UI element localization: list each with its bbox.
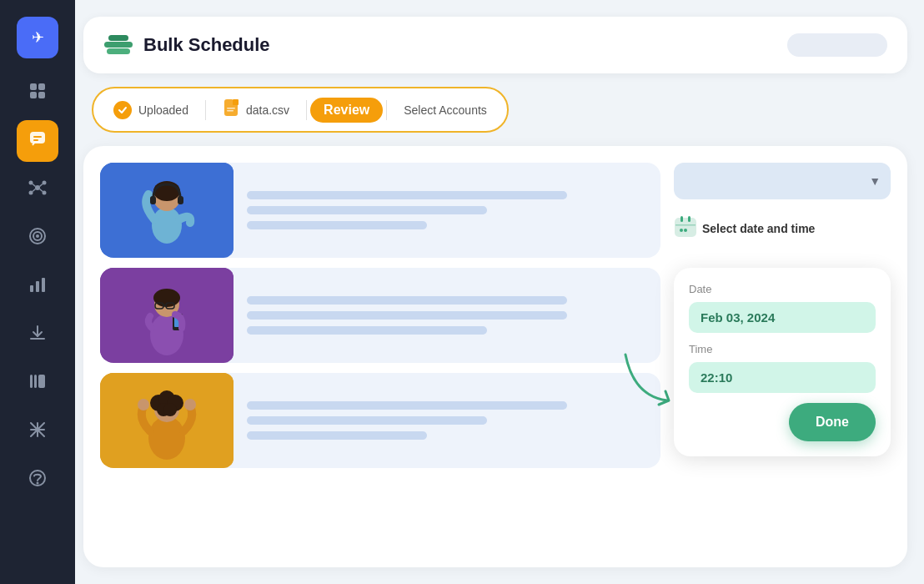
post-image-2 — [100, 268, 234, 363]
svg-rect-2 — [30, 92, 37, 98]
content-line — [247, 416, 487, 425]
chart-icon — [28, 275, 47, 298]
nav-icon: ✈ — [32, 28, 44, 47]
svg-point-35 — [152, 207, 182, 244]
svg-rect-23 — [34, 375, 37, 388]
step-uploaded[interactable]: Uploaded — [100, 96, 202, 124]
calendar-icon — [674, 214, 697, 243]
svg-point-57 — [138, 399, 149, 410]
step-divider-3 — [386, 100, 387, 120]
step-review[interactable]: Review — [310, 98, 383, 123]
dropdown-placeholder[interactable]: ▼ — [674, 163, 891, 199]
sidebar: ✈ — [0, 0, 75, 584]
posts-list — [100, 163, 660, 551]
right-panel: ▼ — [674, 163, 891, 551]
time-label: Time — [689, 343, 876, 355]
download-icon — [28, 324, 47, 346]
svg-rect-60 — [680, 216, 683, 222]
svg-rect-20 — [36, 281, 39, 292]
content-line — [247, 326, 487, 335]
svg-rect-21 — [42, 278, 45, 292]
content-line — [247, 206, 487, 214]
sidebar-item-grid[interactable] — [17, 72, 58, 113]
content-line — [247, 296, 567, 305]
svg-point-18 — [36, 234, 39, 238]
header-left: Bulk Schedule — [103, 30, 270, 60]
svg-point-63 — [680, 229, 683, 232]
svg-rect-61 — [688, 216, 690, 222]
sidebar-item-nodes[interactable] — [17, 169, 58, 210]
svg-line-14 — [33, 189, 36, 191]
done-button[interactable]: Done — [789, 403, 876, 441]
file-icon — [223, 98, 239, 121]
post-item-1 — [100, 163, 660, 258]
select-dt-label: Select date and time — [702, 222, 815, 235]
step-review-label: Review — [324, 103, 369, 118]
svg-point-9 — [43, 180, 47, 184]
logo-icon — [103, 30, 133, 60]
grid-icon — [29, 83, 46, 103]
support-icon — [28, 469, 47, 491]
sidebar-item-support[interactable] — [17, 459, 58, 501]
step-select-accounts[interactable]: Select Accounts — [390, 98, 500, 122]
sidebar-item-chat[interactable] — [17, 120, 58, 162]
svg-rect-59 — [675, 219, 696, 236]
svg-rect-32 — [227, 108, 235, 109]
svg-rect-39 — [178, 196, 183, 204]
post-image-3 — [100, 373, 234, 468]
sidebar-item-tools[interactable] — [17, 410, 58, 452]
svg-rect-29 — [108, 35, 128, 41]
main-content: Bulk Schedule Uploaded — [75, 0, 924, 584]
target-icon — [28, 227, 47, 249]
post-image-1 — [100, 163, 234, 258]
svg-rect-5 — [33, 136, 42, 138]
sidebar-item-nav[interactable]: ✈ — [17, 17, 58, 58]
content-line — [247, 191, 567, 199]
sidebar-item-download[interactable] — [17, 314, 58, 355]
step-check-icon — [113, 101, 132, 119]
nodes-icon — [28, 179, 47, 201]
sidebar-item-chart[interactable] — [17, 265, 58, 307]
svg-rect-1 — [38, 83, 45, 90]
svg-rect-31 — [233, 99, 239, 105]
date-label: Date — [689, 283, 876, 295]
step-divider-1 — [205, 100, 206, 120]
post-content-2 — [234, 268, 660, 363]
svg-point-50 — [148, 416, 185, 460]
post-item-3 — [100, 373, 660, 468]
sidebar-item-library[interactable] — [17, 362, 58, 404]
svg-rect-3 — [38, 92, 45, 98]
post-content-3 — [234, 373, 660, 468]
step-select-accounts-label: Select Accounts — [404, 103, 487, 117]
library-icon — [28, 372, 47, 395]
content-line — [247, 311, 567, 320]
svg-rect-62 — [675, 224, 696, 226]
header-card: Bulk Schedule — [83, 17, 907, 73]
tools-icon — [28, 420, 47, 443]
step-uploaded-label: Uploaded — [138, 103, 188, 117]
sidebar-item-target[interactable] — [17, 217, 58, 259]
svg-rect-22 — [30, 375, 33, 388]
svg-rect-38 — [150, 196, 156, 204]
svg-rect-0 — [30, 83, 37, 90]
post-content-1 — [234, 163, 660, 258]
steps-bar: Uploaded data.csv Review Select Acc — [92, 87, 509, 133]
time-value: 22:10 — [689, 362, 876, 393]
content-line — [247, 401, 567, 410]
select-dt-hint: Select date and time — [674, 214, 891, 243]
svg-rect-28 — [104, 42, 133, 48]
step-file[interactable]: data.csv — [209, 93, 303, 126]
content-line — [247, 431, 427, 440]
content-card: ▼ — [83, 146, 907, 567]
svg-line-13 — [40, 184, 43, 186]
svg-rect-6 — [33, 139, 38, 141]
page-title: Bulk Schedule — [143, 34, 270, 56]
svg-line-12 — [33, 184, 36, 186]
post-item-2 — [100, 268, 660, 363]
content-line — [247, 221, 427, 229]
svg-point-11 — [43, 190, 47, 194]
done-row: Done — [689, 396, 876, 441]
svg-rect-19 — [30, 285, 33, 292]
header-pill — [787, 33, 887, 57]
svg-point-10 — [29, 190, 33, 194]
